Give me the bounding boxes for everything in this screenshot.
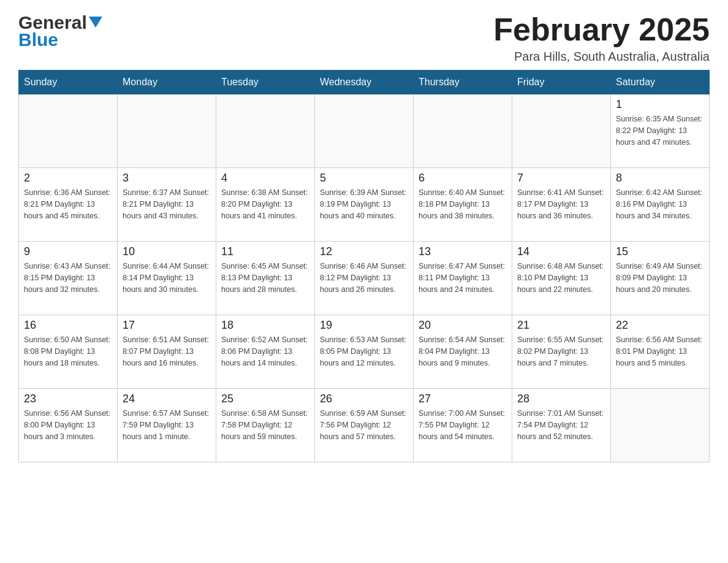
day-info: Sunrise: 6:56 AM Sunset: 8:00 PM Dayligh… [24,408,112,442]
calendar-cell: 28Sunrise: 7:01 AM Sunset: 7:54 PM Dayli… [512,389,611,462]
calendar-subtitle: Para Hills, South Australia, Australia [493,50,710,64]
calendar-cell: 4Sunrise: 6:38 AM Sunset: 8:20 PM Daylig… [216,168,315,242]
logo-triangle-icon [89,17,102,28]
calendar-cell: 20Sunrise: 6:54 AM Sunset: 8:04 PM Dayli… [414,315,512,389]
calendar-title: February 2025 [493,12,710,47]
day-info: Sunrise: 6:54 AM Sunset: 8:04 PM Dayligh… [419,334,507,369]
calendar-cell: 7Sunrise: 6:41 AM Sunset: 8:17 PM Daylig… [512,168,611,242]
weekday-header-monday: Monday [118,71,216,94]
calendar-cell [512,94,611,168]
weekday-header-tuesday: Tuesday [216,71,315,94]
weekday-header-friday: Friday [512,71,611,94]
logo-blue: Blue [18,29,58,50]
calendar-cell: 16Sunrise: 6:50 AM Sunset: 8:08 PM Dayli… [19,315,118,389]
day-number: 27 [419,393,507,405]
weekday-header-sunday: Sunday [19,71,118,94]
day-number: 19 [320,319,408,332]
day-info: Sunrise: 6:53 AM Sunset: 8:05 PM Dayligh… [320,334,408,369]
day-info: Sunrise: 6:36 AM Sunset: 8:21 PM Dayligh… [24,187,112,221]
calendar-cell: 27Sunrise: 7:00 AM Sunset: 7:55 PM Dayli… [414,389,512,462]
day-info: Sunrise: 6:59 AM Sunset: 7:56 PM Dayligh… [320,408,408,442]
calendar-cell: 15Sunrise: 6:49 AM Sunset: 8:09 PM Dayli… [611,242,710,315]
day-number: 6 [419,172,507,185]
weekday-header-wednesday: Wednesday [315,71,414,94]
day-number: 16 [24,319,112,332]
day-number: 1 [616,98,704,111]
day-info: Sunrise: 6:58 AM Sunset: 7:58 PM Dayligh… [221,408,309,442]
week-row-4: 16Sunrise: 6:50 AM Sunset: 8:08 PM Dayli… [19,315,710,389]
day-number: 11 [221,245,309,258]
day-info: Sunrise: 6:56 AM Sunset: 8:01 PM Dayligh… [616,334,704,369]
page-header: General Blue February 2025 Para Hills, S… [18,12,710,64]
calendar-cell: 23Sunrise: 6:56 AM Sunset: 8:00 PM Dayli… [19,389,118,462]
week-row-1: 1Sunrise: 6:35 AM Sunset: 8:22 PM Daylig… [19,94,710,168]
day-number: 26 [320,393,408,405]
day-info: Sunrise: 6:55 AM Sunset: 8:02 PM Dayligh… [517,334,605,369]
calendar-cell: 24Sunrise: 6:57 AM Sunset: 7:59 PM Dayli… [118,389,216,462]
day-number: 14 [517,245,605,258]
calendar-cell: 3Sunrise: 6:37 AM Sunset: 8:21 PM Daylig… [118,168,216,242]
calendar-cell [118,94,216,168]
day-info: Sunrise: 6:40 AM Sunset: 8:18 PM Dayligh… [419,187,507,221]
day-info: Sunrise: 6:42 AM Sunset: 8:16 PM Dayligh… [616,187,704,221]
day-number: 9 [24,245,112,258]
day-number: 2 [24,172,112,185]
day-number: 24 [123,393,211,405]
day-number: 23 [24,393,112,405]
calendar-cell [19,94,118,168]
calendar-cell: 1Sunrise: 6:35 AM Sunset: 8:22 PM Daylig… [611,94,710,168]
day-info: Sunrise: 6:52 AM Sunset: 8:06 PM Dayligh… [221,334,309,369]
day-number: 13 [419,245,507,258]
day-number: 3 [123,172,211,185]
calendar-cell: 6Sunrise: 6:40 AM Sunset: 8:18 PM Daylig… [414,168,512,242]
week-row-3: 9Sunrise: 6:43 AM Sunset: 8:15 PM Daylig… [19,242,710,315]
day-number: 28 [517,393,605,405]
day-number: 22 [616,319,704,332]
day-info: Sunrise: 6:35 AM Sunset: 8:22 PM Dayligh… [616,113,704,148]
day-info: Sunrise: 7:00 AM Sunset: 7:55 PM Dayligh… [419,408,507,442]
day-info: Sunrise: 6:48 AM Sunset: 8:10 PM Dayligh… [517,261,605,295]
day-number: 7 [517,172,605,185]
day-info: Sunrise: 6:41 AM Sunset: 8:17 PM Dayligh… [517,187,605,221]
day-info: Sunrise: 6:57 AM Sunset: 7:59 PM Dayligh… [123,408,211,442]
day-number: 4 [221,172,309,185]
day-number: 18 [221,319,309,332]
weekday-header-row: SundayMondayTuesdayWednesdayThursdayFrid… [19,71,710,94]
day-info: Sunrise: 6:47 AM Sunset: 8:11 PM Dayligh… [419,261,507,295]
week-row-5: 23Sunrise: 6:56 AM Sunset: 8:00 PM Dayli… [19,389,710,462]
day-number: 12 [320,245,408,258]
day-info: Sunrise: 6:43 AM Sunset: 8:15 PM Dayligh… [24,261,112,295]
logo: General Blue [18,12,102,50]
calendar-cell: 21Sunrise: 6:55 AM Sunset: 8:02 PM Dayli… [512,315,611,389]
calendar-cell: 18Sunrise: 6:52 AM Sunset: 8:06 PM Dayli… [216,315,315,389]
day-info: Sunrise: 6:51 AM Sunset: 8:07 PM Dayligh… [123,334,211,369]
calendar-cell: 5Sunrise: 6:39 AM Sunset: 8:19 PM Daylig… [315,168,414,242]
calendar-cell: 13Sunrise: 6:47 AM Sunset: 8:11 PM Dayli… [414,242,512,315]
day-number: 21 [517,319,605,332]
day-info: Sunrise: 7:01 AM Sunset: 7:54 PM Dayligh… [517,408,605,442]
day-number: 15 [616,245,704,258]
calendar-cell: 19Sunrise: 6:53 AM Sunset: 8:05 PM Dayli… [315,315,414,389]
day-number: 8 [616,172,704,185]
calendar-cell [315,94,414,168]
day-info: Sunrise: 6:37 AM Sunset: 8:21 PM Dayligh… [123,187,211,221]
calendar-cell: 9Sunrise: 6:43 AM Sunset: 8:15 PM Daylig… [19,242,118,315]
weekday-header-thursday: Thursday [414,71,512,94]
day-number: 10 [123,245,211,258]
calendar-cell [611,389,710,462]
calendar-cell: 14Sunrise: 6:48 AM Sunset: 8:10 PM Dayli… [512,242,611,315]
calendar-cell [414,94,512,168]
svg-marker-0 [89,17,102,28]
day-info: Sunrise: 6:46 AM Sunset: 8:12 PM Dayligh… [320,261,408,295]
day-info: Sunrise: 6:38 AM Sunset: 8:20 PM Dayligh… [221,187,309,221]
day-info: Sunrise: 6:49 AM Sunset: 8:09 PM Dayligh… [616,261,704,295]
calendar-table: SundayMondayTuesdayWednesdayThursdayFrid… [18,70,710,462]
day-number: 25 [221,393,309,405]
day-info: Sunrise: 6:39 AM Sunset: 8:19 PM Dayligh… [320,187,408,221]
day-number: 17 [123,319,211,332]
title-section: February 2025 Para Hills, South Australi… [493,12,710,64]
calendar-cell: 2Sunrise: 6:36 AM Sunset: 8:21 PM Daylig… [19,168,118,242]
day-number: 20 [419,319,507,332]
calendar-cell: 8Sunrise: 6:42 AM Sunset: 8:16 PM Daylig… [611,168,710,242]
day-info: Sunrise: 6:45 AM Sunset: 8:13 PM Dayligh… [221,261,309,295]
